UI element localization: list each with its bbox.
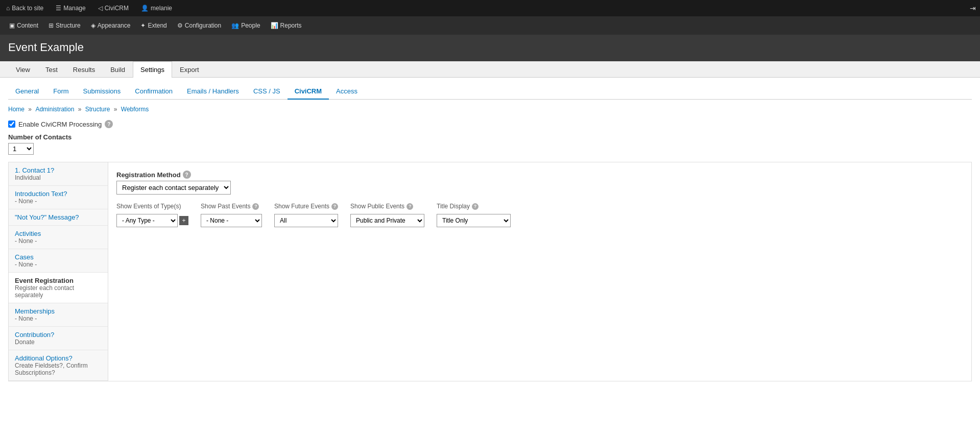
sidebar-item-cases[interactable]: Cases - None -	[9, 249, 108, 273]
title-display-label: Title Display ?	[437, 203, 511, 210]
number-of-contacts-select[interactable]: 1 2 3	[8, 143, 34, 155]
main-layout: 1. Contact 1? Individual Introduction Te…	[8, 162, 972, 381]
structure-icon: ⊞	[49, 22, 54, 29]
user-icon: 👤	[141, 5, 149, 12]
enable-civicrm-label: Enable CiviCRM Processing	[18, 120, 102, 128]
show-events-type-inner: - Any Type - Conference Meeting +	[116, 214, 188, 227]
sub-tabs: General Form Submissions Confirmation Em…	[8, 84, 972, 100]
subtab-emails-handlers[interactable]: Emails / Handlers	[180, 84, 246, 100]
sidebar-item-additional-options[interactable]: Additional Options? Create Fieldsets?, C…	[9, 350, 108, 381]
expand-icon[interactable]: ⇥	[970, 4, 976, 12]
civicrm-icon: ◁	[98, 5, 103, 12]
menu-content[interactable]: ▣ Content	[5, 16, 42, 35]
enable-civicrm-row: Enable CiviCRM Processing ?	[8, 120, 972, 128]
subtab-civicrm[interactable]: CiviCRM	[288, 84, 329, 100]
breadcrumb-administration[interactable]: Administration	[35, 106, 74, 113]
enable-civicrm-checkbox[interactable]	[8, 120, 15, 128]
show-events-of-types-select[interactable]: - Any Type - Conference Meeting	[116, 214, 178, 227]
show-future-events-label: Show Future Events ?	[274, 203, 338, 210]
tab-results[interactable]: Results	[65, 61, 103, 78]
number-of-contacts-label: Number of Contacts	[8, 133, 972, 141]
title-display-field: Title Display ? Title Only Title and Des…	[437, 203, 511, 227]
sidebar: 1. Contact 1? Individual Introduction Te…	[9, 162, 108, 381]
config-icon: ⚙	[177, 22, 183, 29]
number-of-contacts-field: Number of Contacts 1 2 3	[8, 133, 972, 155]
show-future-events-field: Show Future Events ? - None - 1 2 5 All	[274, 203, 338, 227]
show-events-of-types-label: Show Events of Type(s)	[116, 203, 188, 210]
show-future-events-help-icon[interactable]: ?	[331, 203, 338, 210]
show-future-events-select[interactable]: - None - 1 2 5 All	[274, 214, 338, 227]
tab-settings[interactable]: Settings	[133, 61, 172, 78]
user-menu[interactable]: 👤 melanie	[139, 0, 174, 16]
tab-export[interactable]: Export	[172, 61, 207, 78]
enable-civicrm-help-icon[interactable]: ?	[105, 120, 113, 128]
registration-method-select[interactable]: Register each contact separately Registe…	[116, 181, 231, 195]
page-title: Event Example	[8, 41, 972, 54]
appearance-icon: ◈	[91, 22, 95, 29]
admin-bar-right: ⇥	[970, 4, 976, 12]
events-row: Show Events of Type(s) - Any Type - Conf…	[116, 203, 963, 227]
menu-appearance[interactable]: ◈ Appearance	[87, 16, 135, 35]
show-public-events-help-icon[interactable]: ?	[407, 203, 413, 210]
show-public-events-select[interactable]: Public and Private Public Only Private O…	[350, 214, 424, 227]
manage-menu[interactable]: ☰ Manage	[54, 0, 87, 16]
content-area: General Form Submissions Confirmation Em…	[0, 78, 980, 388]
menu-people[interactable]: 👥 People	[227, 16, 264, 35]
breadcrumb-structure[interactable]: Structure	[85, 106, 110, 113]
sidebar-item-contact1[interactable]: 1. Contact 1? Individual	[9, 162, 108, 186]
extend-icon: ✦	[140, 22, 146, 29]
tab-build[interactable]: Build	[103, 61, 133, 78]
registration-method-label: Registration Method ?	[116, 171, 963, 179]
subtab-submissions[interactable]: Submissions	[76, 84, 128, 100]
show-past-events-select[interactable]: - None - 1 2 5 All	[201, 214, 262, 227]
people-icon: 👥	[231, 22, 239, 29]
show-public-events-field: Show Public Events ? Public and Private …	[350, 203, 424, 227]
subtab-confirmation[interactable]: Confirmation	[128, 84, 180, 100]
menu-icon: ☰	[56, 5, 61, 12]
subtab-general[interactable]: General	[8, 84, 46, 100]
title-display-select[interactable]: Title Only Title and Description Descrip…	[437, 214, 511, 227]
registration-method-help-icon[interactable]: ?	[183, 171, 191, 179]
sidebar-item-event-registration[interactable]: Event Registration Register each contact…	[9, 273, 108, 303]
show-past-events-help-icon[interactable]: ?	[252, 203, 259, 210]
menu-bar: ▣ Content ⊞ Structure ◈ Appearance ✦ Ext…	[0, 16, 980, 35]
menu-configuration[interactable]: ⚙ Configuration	[173, 16, 225, 35]
show-past-events-label: Show Past Events ?	[201, 203, 262, 210]
registration-method-field: Registration Method ? Register each cont…	[116, 171, 963, 195]
subtab-form[interactable]: Form	[46, 84, 76, 100]
menu-extend[interactable]: ✦ Extend	[136, 16, 171, 35]
page-title-area: Event Example	[0, 35, 980, 61]
home-icon: ⌂	[6, 5, 10, 12]
sidebar-item-introduction[interactable]: Introduction Text? - None -	[9, 186, 108, 209]
sidebar-item-not-you[interactable]: "Not You?" Message?	[9, 209, 108, 226]
admin-bar: ⌂ Back to site ☰ Manage ◁ CiviCRM 👤 mela…	[0, 0, 980, 16]
civicrm-menu[interactable]: ◁ CiviCRM	[96, 0, 131, 16]
subtab-css-js[interactable]: CSS / JS	[246, 84, 288, 100]
show-events-of-types-field: Show Events of Type(s) - Any Type - Conf…	[116, 203, 188, 227]
tab-test[interactable]: Test	[38, 61, 65, 78]
content-icon: ▣	[9, 22, 15, 29]
view-tabs: View Test Results Build Settings Export	[0, 61, 980, 78]
subtab-access[interactable]: Access	[329, 84, 365, 100]
menu-structure[interactable]: ⊞ Structure	[44, 16, 85, 35]
menu-reports[interactable]: 📊 Reports	[267, 16, 306, 35]
show-public-events-label: Show Public Events ?	[350, 203, 424, 210]
back-to-site[interactable]: ⌂ Back to site	[4, 0, 45, 16]
breadcrumb-webforms[interactable]: Webforms	[121, 106, 149, 113]
sidebar-item-memberships[interactable]: Memberships - None -	[9, 303, 108, 327]
title-display-help-icon[interactable]: ?	[472, 203, 479, 210]
breadcrumb-home[interactable]: Home	[8, 106, 25, 113]
breadcrumb: Home » Administration » Structure » Webf…	[8, 106, 972, 113]
add-event-type-button[interactable]: +	[179, 216, 188, 225]
reports-icon: 📊	[271, 22, 278, 29]
tab-view[interactable]: View	[8, 61, 38, 78]
show-past-events-field: Show Past Events ? - None - 1 2 5 All	[201, 203, 262, 227]
sidebar-item-contribution[interactable]: Contribution? Donate	[9, 327, 108, 350]
right-panel: Registration Method ? Register each cont…	[108, 162, 971, 381]
sidebar-item-activities[interactable]: Activities - None -	[9, 226, 108, 249]
